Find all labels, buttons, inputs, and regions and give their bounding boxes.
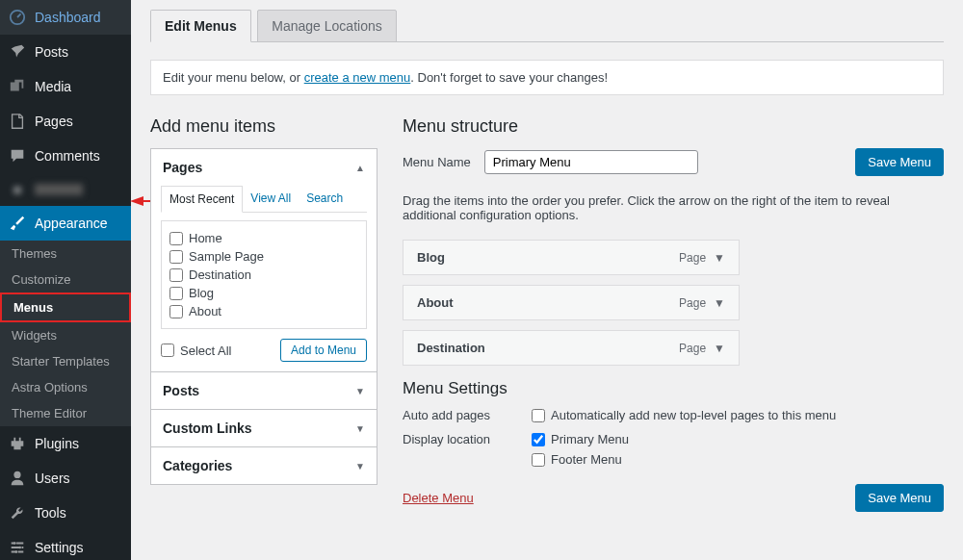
caret-down-icon[interactable]: ▼ — [714, 342, 725, 355]
page-option[interactable]: Sample Page — [169, 247, 358, 266]
auto-add-checkbox[interactable] — [532, 409, 545, 422]
accordion-custom-links-toggle[interactable]: Custom Links ▼ — [151, 410, 377, 446]
caret-down-icon[interactable]: ▼ — [714, 296, 725, 310]
sidebar-item-plugins[interactable]: Plugins — [0, 426, 131, 461]
info-notice: Edit your menu below, or create a new me… — [150, 60, 944, 95]
blurred-icon: ■ — [8, 180, 27, 199]
nav-tabs: Edit Menus Manage Locations — [150, 10, 944, 42]
menu-item-type: Page — [679, 296, 706, 310]
pages-tab-viewall[interactable]: View All — [243, 186, 299, 212]
page-label: About — [189, 304, 221, 318]
sliders-icon — [8, 538, 27, 557]
select-all-checkbox[interactable] — [161, 344, 174, 357]
comment-icon — [8, 146, 27, 165]
location-primary-option[interactable]: Primary Menu — [532, 432, 629, 446]
menu-item-title: About — [417, 295, 454, 310]
page-checkbox[interactable] — [169, 250, 183, 264]
sidebar-label: Pages — [35, 114, 73, 129]
sidebar-item-redacted: ■ — [0, 173, 131, 206]
accordion-pages-toggle[interactable]: Pages ▲ — [151, 149, 377, 186]
pin-icon — [8, 42, 27, 62]
page-checkbox[interactable] — [169, 305, 183, 318]
menu-name-input[interactable] — [484, 150, 698, 174]
svg-point-2 — [13, 542, 16, 545]
add-items-heading: Add menu items — [150, 116, 377, 137]
svg-point-3 — [18, 547, 21, 549]
dashboard-icon — [8, 8, 27, 27]
sidebar-item-media[interactable]: Media — [0, 69, 131, 104]
delete-menu-link[interactable]: Delete Menu — [403, 491, 474, 505]
accordion-posts-toggle[interactable]: Posts ▼ — [151, 372, 377, 409]
menu-item[interactable]: Blog Page▼ — [403, 240, 740, 275]
pages-tab-search[interactable]: Search — [299, 186, 351, 212]
location-primary-checkbox[interactable] — [532, 433, 545, 446]
page-checkbox[interactable] — [169, 232, 183, 245]
tab-edit-menus[interactable]: Edit Menus — [150, 10, 251, 42]
location-footer-checkbox[interactable] — [532, 453, 545, 467]
page-option[interactable]: About — [169, 302, 358, 320]
sidebar-item-comments[interactable]: Comments — [0, 139, 131, 173]
sidebar-sub-astra-options[interactable]: Astra Options — [0, 374, 131, 400]
pages-tab-recent[interactable]: Most Recent — [161, 186, 243, 213]
plugin-icon — [8, 434, 27, 453]
page-checkbox[interactable] — [169, 268, 183, 282]
auto-add-label: Auto add pages — [403, 408, 499, 422]
page-option[interactable]: Home — [169, 229, 358, 247]
sidebar-item-dashboard[interactable]: Dashboard — [0, 0, 131, 35]
page-option[interactable]: Blog — [169, 284, 358, 302]
location-text: Primary Menu — [551, 432, 629, 446]
caret-down-icon[interactable]: ▼ — [714, 251, 725, 265]
caret-down-icon: ▼ — [355, 423, 365, 434]
sidebar-item-tools[interactable]: Tools — [0, 496, 131, 530]
add-to-menu-button[interactable]: Add to Menu — [280, 339, 367, 362]
menu-item[interactable]: About Page▼ — [403, 285, 740, 320]
accordion-title: Posts — [163, 383, 199, 398]
accordion-categories-toggle[interactable]: Categories ▼ — [151, 447, 377, 484]
sidebar-sub-widgets[interactable]: Widgets — [0, 322, 131, 348]
save-menu-button-top[interactable]: Save Menu — [855, 148, 944, 176]
sidebar-sub-themes[interactable]: Themes — [0, 241, 131, 267]
select-all-option[interactable]: Select All — [161, 342, 231, 360]
accordion-categories: Categories ▼ — [150, 446, 377, 485]
sidebar-label: Comments — [35, 148, 100, 164]
wrench-icon — [8, 503, 27, 522]
accordion-title: Pages — [163, 160, 202, 175]
display-location-label: Display location — [403, 432, 499, 446]
sidebar-item-appearance[interactable]: Appearance — [0, 206, 131, 241]
menu-item-type: Page — [679, 342, 706, 355]
sidebar-item-posts[interactable]: Posts — [0, 35, 131, 69]
create-menu-link[interactable]: create a new menu — [304, 70, 411, 85]
structure-heading: Menu structure — [403, 116, 944, 137]
add-items-column: Add menu items Pages ▲ Most Recent View … — [150, 116, 377, 512]
main-content: Edit Menus Manage Locations Edit your me… — [131, 0, 963, 560]
svg-point-1 — [13, 471, 20, 478]
sidebar-sub-theme-editor[interactable]: Theme Editor — [0, 400, 131, 426]
sidebar-item-users[interactable]: Users — [0, 461, 131, 496]
tab-manage-locations[interactable]: Manage Locations — [257, 10, 396, 42]
menu-item[interactable]: Destination Page▼ — [403, 330, 740, 366]
notice-text: Edit your menu below, or — [163, 70, 304, 85]
auto-add-option[interactable]: Automatically add new top-level pages to… — [532, 408, 836, 422]
sidebar-label: Dashboard — [35, 10, 101, 25]
accordion-custom-links: Custom Links ▼ — [150, 409, 377, 447]
sidebar-sub-customize[interactable]: Customize — [0, 267, 131, 293]
sidebar-sub-starter-templates[interactable]: Starter Templates — [0, 348, 131, 374]
page-checkbox[interactable] — [169, 287, 183, 300]
save-menu-button-bottom[interactable]: Save Menu — [855, 484, 944, 512]
sidebar-label: Appearance — [35, 216, 108, 231]
pages-checklist: Home Sample Page Destination Blog About — [161, 220, 367, 329]
caret-down-icon: ▼ — [355, 461, 365, 471]
appearance-submenu: Themes Customize Menus Widgets Starter T… — [0, 241, 131, 426]
menu-settings-heading: Menu Settings — [403, 379, 944, 398]
menu-name-label: Menu Name — [403, 155, 471, 169]
page-option[interactable]: Destination — [169, 266, 358, 284]
page-label: Destination — [189, 267, 251, 282]
page-label: Blog — [189, 286, 214, 300]
sidebar-item-settings[interactable]: Settings — [0, 530, 131, 560]
sidebar-item-pages[interactable]: Pages — [0, 104, 131, 139]
menu-item-type: Page — [679, 251, 706, 265]
sidebar-sub-menus[interactable]: Menus — [0, 293, 131, 322]
location-footer-option[interactable]: Footer Menu — [532, 452, 629, 467]
page-label: Sample Page — [189, 249, 264, 264]
accordion-title: Categories — [163, 458, 232, 473]
